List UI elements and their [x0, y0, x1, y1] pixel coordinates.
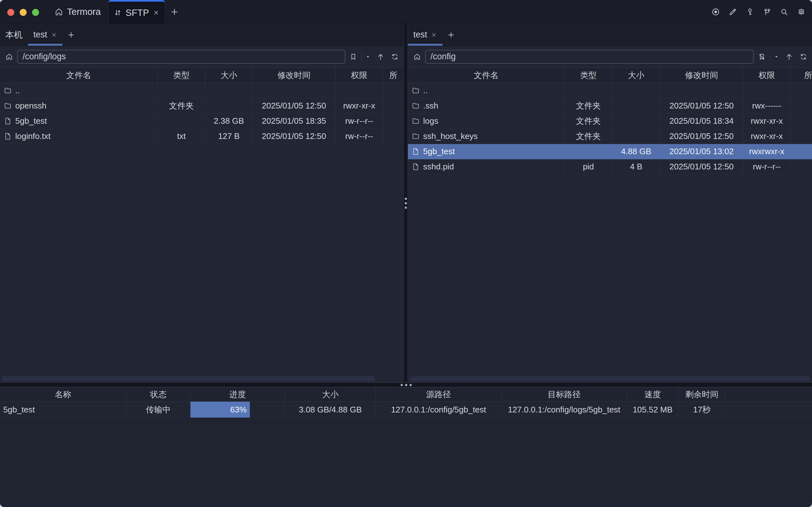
file-permissions-cell: rw-r--r--: [335, 129, 383, 144]
column-header[interactable]: 权限: [335, 68, 383, 83]
column-header[interactable]: 文件名: [408, 68, 565, 83]
file-name-cell: 5gb_test: [408, 144, 565, 159]
zoom-window-button[interactable]: [32, 9, 39, 16]
settings-icon[interactable]: [797, 8, 806, 16]
folder-icon: [4, 87, 12, 95]
home-tab[interactable]: Termora: [55, 0, 101, 24]
column-header[interactable]: 所: [383, 68, 403, 83]
close-icon[interactable]: [431, 32, 437, 38]
file-row[interactable]: ..: [0, 83, 403, 98]
key-icon[interactable]: [746, 8, 754, 16]
file-size-cell: [612, 114, 660, 128]
column-header[interactable]: 修改时间: [660, 68, 743, 83]
close-icon[interactable]: [51, 32, 57, 38]
file-permissions-cell: rw-r--r--: [743, 159, 791, 174]
path-input[interactable]: [425, 50, 754, 64]
up-arrow-icon[interactable]: [377, 53, 384, 61]
minimize-window-button[interactable]: [20, 9, 27, 16]
home-icon[interactable]: [413, 53, 421, 61]
file-size-cell: 2.38 GB: [205, 114, 253, 128]
edit-icon[interactable]: [728, 8, 737, 16]
column-header[interactable]: 修改时间: [253, 68, 335, 83]
home-icon[interactable]: [5, 53, 13, 61]
dropdown-caret-icon[interactable]: [366, 55, 370, 59]
transfer-arrows-icon: [114, 9, 121, 16]
search-icon[interactable]: [780, 8, 789, 16]
column-header[interactable]: 所: [791, 68, 812, 83]
horizontal-scrollbar[interactable]: [1, 376, 375, 381]
column-header[interactable]: 状态: [126, 387, 191, 401]
file-name: ..: [15, 86, 20, 96]
file-row[interactable]: ..: [408, 83, 812, 98]
path-input[interactable]: [17, 50, 345, 64]
up-arrow-icon[interactable]: [785, 53, 793, 61]
add-pane-tab-button[interactable]: [62, 24, 80, 46]
bookmark-slash-icon[interactable]: [758, 53, 766, 61]
table-header: 文件名类型大小修改时间权限所: [0, 67, 403, 83]
file-row[interactable]: ssh_host_keys文件夹2025/01/05 12:50rwxr-xr-…: [408, 129, 812, 144]
file-row[interactable]: .ssh文件夹2025/01/05 12:50rwx------: [408, 98, 812, 114]
left-pathbar: [0, 46, 403, 67]
file-type-cell: 文件夹: [565, 114, 612, 128]
branch-icon[interactable]: [763, 8, 771, 16]
refresh-icon[interactable]: [391, 53, 399, 61]
pane-tab-local[interactable]: 本机: [0, 24, 28, 46]
file-modified-cell: 2025/01/05 18:34: [660, 114, 743, 128]
file-size-cell: 4 B: [612, 159, 660, 174]
dropdown-caret-icon[interactable]: [774, 55, 779, 59]
file-permissions-cell: rwxr-xr-x: [743, 114, 791, 128]
transfer-row[interactable]: 5gb_test传输中63%3.08 GB/4.88 GB127.0.0.1:/…: [0, 402, 812, 418]
column-header[interactable]: 大小: [285, 387, 376, 401]
column-header[interactable]: 目标路径: [501, 387, 627, 401]
file-panes: 本机 test: [0, 24, 812, 382]
transfer-progress-cell: 63%: [191, 402, 285, 417]
bookmark-icon[interactable]: [349, 53, 357, 61]
file-size-cell: 4.88 GB: [612, 144, 660, 159]
file-row[interactable]: 5gb_test2.38 GB2025/01/05 18:35rw-r--r--: [0, 114, 403, 129]
column-header[interactable]: 速度: [627, 387, 679, 401]
file-owner-cell: [791, 159, 812, 174]
file-owner-cell: [383, 129, 403, 144]
file-modified-cell: 2025/01/05 12:50: [253, 98, 335, 113]
file-icon: [412, 163, 420, 171]
refresh-icon[interactable]: [800, 53, 807, 61]
file-permissions-cell: rwxr-xr-x: [335, 98, 383, 113]
file-row[interactable]: sshd.pidpid4 B2025/01/05 12:50rw-r--r--: [408, 159, 812, 174]
column-header[interactable]: 剩余时间: [679, 387, 725, 401]
file-name-cell: .ssh: [408, 98, 565, 113]
column-header[interactable]: 类型: [565, 68, 612, 83]
file-owner-cell: [791, 144, 812, 159]
column-header[interactable]: 大小: [612, 68, 660, 83]
add-pane-tab-button[interactable]: [442, 24, 459, 46]
column-header[interactable]: 大小: [205, 68, 253, 83]
transfer-empty-cell: [725, 402, 812, 417]
remote-pane: test: [408, 24, 812, 382]
record-icon[interactable]: [711, 8, 720, 16]
close-window-button[interactable]: [7, 9, 14, 16]
file-row[interactable]: loginfo.txttxt127 B2025/01/05 12:50rw-r-…: [0, 129, 403, 144]
tab-sftp[interactable]: SFTP: [108, 0, 165, 24]
file-row[interactable]: logs文件夹2025/01/05 18:34rwxr-xr-x: [408, 114, 812, 129]
file-size-cell: 127 B: [205, 129, 253, 144]
file-row[interactable]: openssh文件夹2025/01/05 12:50rwxr-xr-x: [0, 98, 403, 114]
file-owner-cell: [791, 129, 812, 144]
file-icon: [4, 117, 12, 125]
file-row[interactable]: 5gb_test4.88 GB2025/01/05 13:02rwxrwxr-x: [408, 144, 812, 159]
column-header[interactable]: 名称: [0, 387, 126, 401]
pane-tab-test[interactable]: test: [28, 24, 62, 46]
column-header[interactable]: 源路径: [376, 387, 501, 401]
file-name-cell: ..: [408, 83, 565, 98]
column-header[interactable]: 进度: [191, 387, 285, 401]
column-header[interactable]: 类型: [158, 68, 205, 83]
pane-tab-test[interactable]: test: [408, 24, 442, 46]
pane-splitter[interactable]: [403, 24, 408, 382]
transfer-splitter[interactable]: [0, 382, 812, 387]
file-icon: [412, 148, 420, 156]
new-tab-button[interactable]: [168, 0, 181, 24]
horizontal-scrollbar[interactable]: [410, 376, 810, 381]
column-header[interactable]: 权限: [743, 68, 791, 83]
file-name-cell: 5gb_test: [0, 114, 158, 128]
column-header[interactable]: 文件名: [0, 68, 158, 83]
column-header[interactable]: [725, 387, 812, 401]
close-icon[interactable]: [153, 9, 159, 16]
